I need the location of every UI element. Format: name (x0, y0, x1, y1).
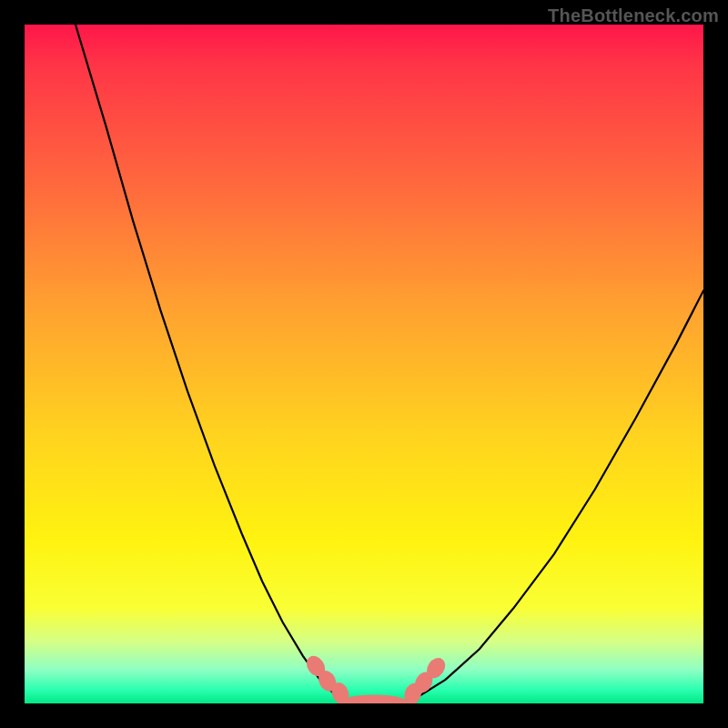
highlight-marker (341, 695, 407, 703)
bottleneck-curve-svg (25, 25, 703, 703)
chart-frame: TheBottleneck.com (0, 0, 728, 728)
highlight-markers (303, 652, 450, 703)
watermark-text: TheBottleneck.com (548, 5, 719, 26)
bottleneck-curve (76, 25, 703, 703)
plot-area (25, 25, 703, 703)
